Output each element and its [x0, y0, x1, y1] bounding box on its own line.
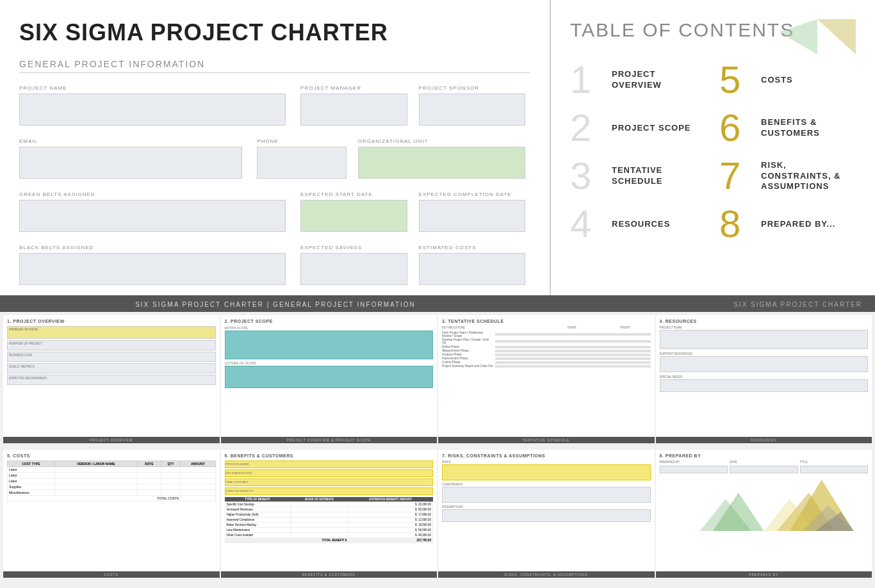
special-needs-box — [660, 379, 869, 392]
black-belts-input[interactable] — [19, 253, 286, 285]
org-unit-input[interactable] — [358, 147, 525, 179]
toc-num-3: 3 — [570, 157, 605, 195]
thumb-schedule-banner: TENTATIVE SCHEDULE — [438, 437, 655, 443]
banner-right-text: SIX SIGMA PROJECT CHARTER — [538, 301, 862, 308]
toc-label-4: RESOURCES — [612, 219, 670, 230]
toc-label-8: PREPARED BY... — [761, 219, 835, 230]
start-date-field: EXPECTED START DATE — [300, 189, 412, 236]
toc-label-6: BENEFITS & CUSTOMERS — [761, 117, 856, 139]
email-field: EMAIL — [19, 136, 247, 183]
benefit-row-3: Higher Productivity (Soft)$ 17,800.00 — [225, 512, 433, 518]
project-name-field: PROJECT NAME — [19, 83, 291, 129]
est-costs-field: ESTIMATED COSTS — [419, 242, 530, 289]
thumb-risks: 7. RISKS, CONSTRAINTS & ASSUMPTIONS RISK… — [438, 450, 655, 578]
thumb-resources-title: 4. RESOURCES — [660, 319, 869, 323]
within-scope-box — [225, 331, 434, 359]
phone-field: PHONE — [257, 136, 351, 183]
toc-label-3: TENTATIVE SCHEDULE — [612, 165, 707, 187]
constraints-box — [442, 487, 651, 503]
outside-scope-box — [225, 366, 434, 388]
toc-item-2: 2 PROJECT SCOPE — [570, 109, 707, 147]
toc-num-4: 4 — [570, 205, 605, 243]
schedule-row-4: Measurement Phase — [442, 349, 651, 352]
thumb-scope-banner: PROJECT OVERVIEW & PROJECT SCOPE — [221, 437, 438, 443]
schedule-row-5: Analysis Phase — [442, 353, 651, 356]
cost-row-labor1: Labor — [8, 467, 216, 473]
purpose-box: PURPOSE OF PROJECT — [7, 340, 216, 350]
toc-num-6: 6 — [719, 109, 755, 147]
thumb-benefits: 6. BENEFITS & CUSTOMERS PROCESS OWNER KE… — [221, 450, 438, 578]
start-date-input[interactable] — [300, 200, 407, 232]
schedule-row-6: Improvement Phase — [442, 357, 651, 360]
costs-table: COST TYPE VENDOR / LABOR NAME RATE QTY A… — [7, 461, 216, 502]
end-date-input[interactable] — [419, 200, 525, 232]
prepared-deco-svg — [660, 480, 869, 531]
end-date-field: EXPECTED COMPLETION DATE — [419, 189, 530, 236]
green-belts-input[interactable] — [19, 200, 286, 232]
project-sponsor-input[interactable] — [419, 94, 525, 126]
deliverables-box: EXPECTED DELIVERABLES — [7, 375, 216, 385]
banner-strip: SIX SIGMA PROJECT CHARTER | GENERAL PROJ… — [0, 297, 875, 312]
toc-item-4: 4 RESOURCES — [570, 205, 707, 243]
final-customer-box: FINAL CUSTOMER — [225, 478, 434, 486]
thumb-prepared-banner: PREPARED BY — [656, 571, 872, 578]
project-manager-field: PROJECT MANAGER — [300, 83, 412, 129]
toc-label-7: RISK, CONSTRAINTS, & ASSUMPTIONS — [761, 160, 856, 193]
benefit-row-6: Less Maintenance$ 56,000.00 — [225, 528, 433, 533]
goals-box: GOALS / METRICS — [7, 363, 216, 373]
toc-num-1: 1 — [570, 61, 605, 99]
thumb-scope: 2. PROJECT SCOPE WITHIN SCOPE OUTSIDE OF… — [221, 315, 438, 443]
cost-row-supplies: Supplies — [8, 484, 216, 490]
benefit-row-7: Other Costs Avoided$ 48,350.00 — [225, 533, 433, 538]
schedule-row-3: Define Phase — [442, 345, 651, 348]
thumb-schedule-title: 3. TENTATIVE SCHEDULE — [442, 319, 651, 323]
project-manager-input[interactable] — [300, 94, 407, 126]
thumb-risks-banner: RISKS, CONSTRAINTS, & ASSUMPTIONS — [438, 571, 655, 578]
toc-item-1: 1 PROJECT OVERVIEW — [570, 61, 707, 99]
cost-total-row: TOTAL COSTS — [8, 496, 216, 502]
svg-marker-0 — [817, 19, 856, 54]
banner-center-text: SIX SIGMA PROJECT CHARTER | GENERAL PROJ… — [13, 301, 538, 308]
toc-item-5: 5 COSTS — [719, 61, 856, 99]
savings-input[interactable] — [300, 253, 407, 285]
project-name-input[interactable] — [19, 94, 286, 126]
toc-item-3: 3 TENTATIVE SCHEDULE — [570, 157, 707, 195]
schedule-row-8: Project Summary Report and Close Out — [442, 364, 651, 368]
thumb-overview-title: 1. PROJECT OVERVIEW — [7, 319, 216, 323]
black-belts-field: BLACK BELTS ASSIGNED — [19, 242, 291, 289]
project-sponsor-field: PROJECT SPONSOR — [419, 83, 530, 129]
thumb-costs-title: 5. COSTS — [7, 453, 216, 458]
cost-row-labor3: Labor — [8, 478, 216, 484]
green-belts-field: GREEN BELTS ASSIGNED — [19, 189, 291, 236]
toc-grid: 1 PROJECT OVERVIEW 5 COSTS 2 PROJECT SCO… — [570, 61, 856, 243]
gpi-header: GENERAL PROJECT INFORMATION — [19, 59, 530, 73]
thumb-resources-banner: RESOURCES — [656, 437, 872, 443]
cost-row-misc: Miscellaneous — [8, 490, 216, 496]
email-input[interactable] — [19, 147, 242, 179]
benefits-table: TYPE OF BENEFIT BASIS OF ESTIMATE ESTIMA… — [225, 497, 434, 543]
est-costs-input[interactable] — [419, 253, 525, 285]
toc-num-7: 7 — [719, 157, 755, 195]
thumb-resources: 4. RESOURCES PROJECT TEAM SUPPORT RESOUR… — [656, 315, 872, 443]
toc-label-2: PROJECT SCOPE — [612, 123, 691, 134]
thumb-scope-title: 2. PROJECT SCOPE — [225, 319, 434, 323]
toc-item-6: 6 BENEFITS & CUSTOMERS — [719, 109, 856, 147]
problem-box: PROBLEM OR ISSUE — [7, 326, 216, 339]
toc-label-1: PROJECT OVERVIEW — [612, 69, 707, 91]
risks-box — [442, 464, 651, 480]
expected-benefits-box: EXPECTED BENEFITS — [225, 487, 434, 495]
process-owner-box: PROCESS OWNER — [225, 461, 434, 468]
business-box: BUSINESS CASE — [7, 352, 216, 362]
benefit-row-1: Specific Cost Savings$ 20,000.00 — [225, 502, 433, 507]
toc-num-5: 5 — [719, 61, 755, 99]
phone-input[interactable] — [257, 147, 346, 179]
benefit-row-2: Increased Revenues$ 55,000.00 — [225, 507, 433, 512]
toc-num-2: 2 — [570, 109, 605, 147]
benefit-row-4: Improved Compliance$ 12,000.00 — [225, 518, 433, 523]
prepared-by-row: PREPARED BY DATE TITLE — [660, 461, 869, 464]
thumb-costs: 5. COSTS COST TYPE VENDOR / LABOR NAME R… — [3, 450, 220, 578]
prepared-deco — [660, 480, 869, 531]
schedule-row-7: Control Phase — [442, 361, 651, 364]
thumb-schedule: 3. TENTATIVE SCHEDULE KEY MILESTONE STAR… — [438, 315, 655, 443]
thumb-risks-title: 7. RISKS, CONSTRAINTS & ASSUMPTIONS — [442, 453, 651, 458]
